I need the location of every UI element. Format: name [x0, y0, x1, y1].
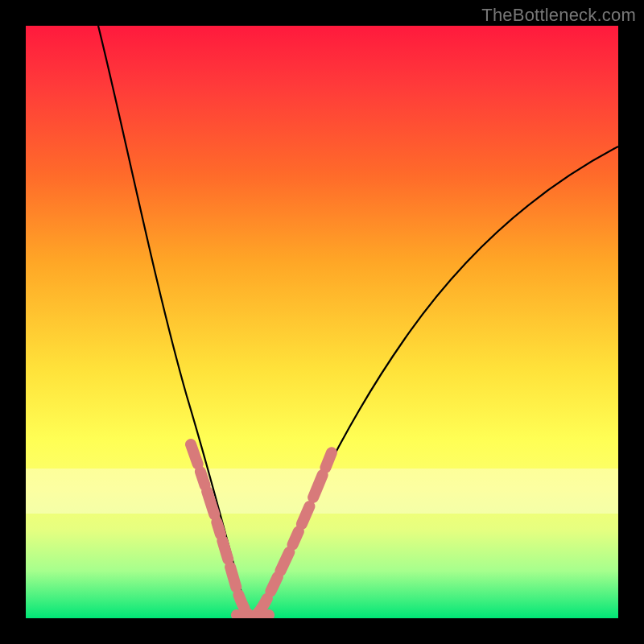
curve-right-branch — [253, 147, 618, 617]
curve-layer — [26, 26, 618, 618]
overlay-right — [253, 452, 332, 617]
overlay-bottom — [237, 615, 269, 617]
watermark-text: TheBottleneck.com — [481, 5, 636, 26]
chart-frame: TheBottleneck.com — [0, 0, 644, 644]
overlay-left — [191, 444, 253, 617]
curve-left-branch — [98, 26, 253, 617]
plot-area — [26, 26, 618, 618]
